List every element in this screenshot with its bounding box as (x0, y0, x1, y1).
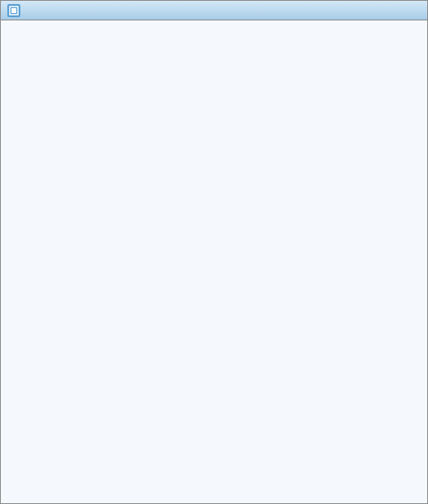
svg-rect-1 (11, 8, 16, 13)
title-bar (1, 1, 427, 20)
department-grid-container (1, 20, 427, 503)
window-icon (7, 4, 20, 17)
main-window (0, 0, 428, 504)
